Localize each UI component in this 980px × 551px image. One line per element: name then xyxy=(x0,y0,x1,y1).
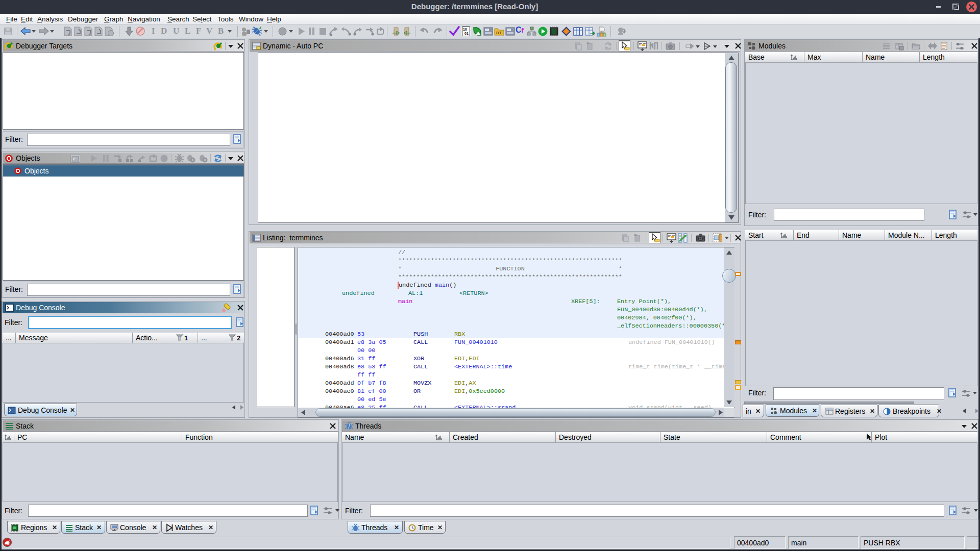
svg-text:10: 10 xyxy=(463,28,467,31)
svg-text:1: 1 xyxy=(184,334,188,342)
svg-text:DT: DT xyxy=(496,31,502,35)
svg-text:01: 01 xyxy=(464,32,469,35)
svg-text:2: 2 xyxy=(237,334,240,342)
